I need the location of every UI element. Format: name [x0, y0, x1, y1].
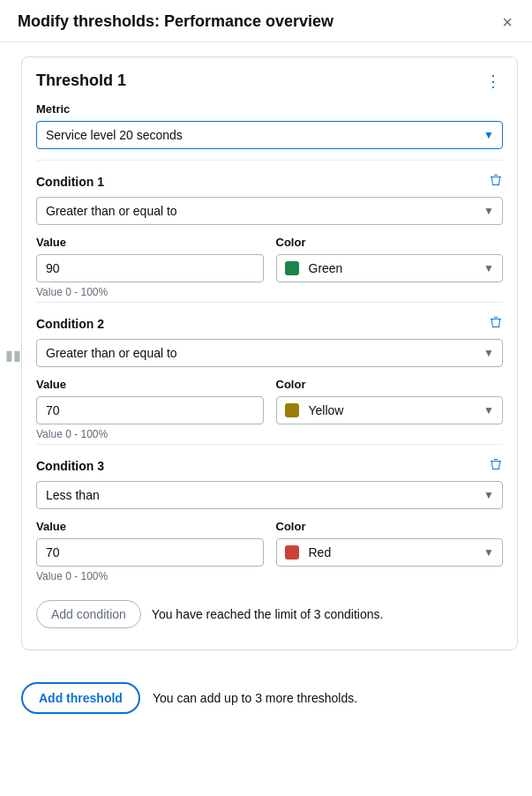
condition-3-color-select-wrapper: Red ▼ — [276, 538, 504, 567]
drag-handle-icon: ▮▮ — [5, 349, 21, 363]
kebab-menu-button[interactable]: ⋮ — [483, 73, 503, 89]
condition-1-color-select-wrapper: Green ▼ — [276, 254, 504, 282]
condition-2-value-col: Value Value 0 - 100% — [36, 378, 264, 440]
condition-1-value-hint: Value 0 - 100% — [36, 286, 264, 298]
condition-1-value-input[interactable] — [36, 254, 264, 282]
condition-1-header: Condition 1 — [36, 173, 503, 190]
modal: Modify thresholds: Performance overview … — [0, 0, 532, 796]
add-condition-row: Add condition You have reached the limit… — [36, 593, 503, 635]
condition-3-value-hint: Value 0 - 100% — [36, 570, 264, 582]
condition-3-value-color-row: Value Value 0 - 100% Color Red ▼ — [36, 520, 503, 582]
condition-3-value-input[interactable] — [36, 538, 264, 567]
threshold-title: Threshold 1 — [36, 71, 126, 90]
condition-3-value-label: Value — [36, 520, 264, 533]
condition-2-operator-select[interactable]: Greater than or equal to — [36, 339, 503, 367]
condition-2-value-hint: Value 0 - 100% — [36, 428, 264, 440]
condition-3-section: Condition 3 Less than ▼ Value — [36, 444, 503, 582]
condition-2-color-col: Color Yellow ▼ — [276, 378, 504, 424]
condition-2-section: Condition 2 Greater than or equal to ▼ — [36, 302, 503, 440]
condition-3-color-col: Color Red ▼ — [276, 520, 504, 567]
threshold-card-header: Threshold 1 ⋮ — [36, 71, 503, 90]
trash-icon-2 — [489, 315, 503, 329]
add-threshold-button[interactable]: Add threshold — [21, 682, 140, 714]
modal-header: Modify thresholds: Performance overview … — [0, 0, 532, 42]
condition-2-color-select-wrapper: Yellow ▼ — [276, 396, 504, 424]
condition-2-color-select[interactable]: Yellow — [276, 396, 504, 424]
condition-2-header: Condition 2 — [36, 315, 503, 332]
condition-3-title: Condition 3 — [36, 459, 104, 473]
delete-condition-2-button[interactable] — [489, 315, 503, 332]
delete-condition-3-button[interactable] — [489, 457, 503, 474]
condition-1-operator-wrapper: Greater than or equal to ▼ — [36, 197, 503, 225]
condition-limit-text: You have reached the limit of 3 conditio… — [152, 607, 384, 621]
condition-1-color-label: Color — [276, 236, 504, 249]
condition-1-color-select[interactable]: Green — [276, 254, 504, 282]
condition-2-value-color-row: Value Value 0 - 100% Color Yellow ▼ — [36, 378, 503, 440]
condition-1-value-label: Value — [36, 236, 264, 249]
metric-select-wrapper: Service level 20 seconds ▼ — [36, 121, 503, 149]
condition-1-color-col: Color Green ▼ — [276, 236, 504, 282]
threshold-limit-text: You can add up to 3 more thresholds. — [153, 691, 357, 705]
condition-2-value-input[interactable] — [36, 396, 264, 424]
metric-label: Metric — [36, 102, 503, 116]
condition-1-title: Condition 1 — [36, 175, 104, 189]
threshold-card: Threshold 1 ⋮ Metric Service level 20 se… — [21, 56, 518, 650]
condition-2-color-label: Color — [276, 378, 504, 391]
condition-1-section: Condition 1 Greater than or equal to ▼ — [36, 160, 503, 298]
condition-3-color-label: Color — [276, 520, 504, 533]
trash-icon-3 — [489, 457, 503, 471]
condition-3-color-select[interactable]: Red — [276, 538, 504, 567]
add-condition-button[interactable]: Add condition — [36, 600, 141, 628]
delete-condition-1-button[interactable] — [489, 173, 503, 190]
condition-1-value-col: Value Value 0 - 100% — [36, 236, 264, 298]
condition-3-operator-select[interactable]: Less than — [36, 481, 503, 509]
condition-2-title: Condition 2 — [36, 317, 104, 331]
condition-3-value-col: Value Value 0 - 100% — [36, 520, 264, 582]
trash-icon — [489, 173, 503, 187]
condition-3-header: Condition 3 — [36, 457, 503, 474]
condition-1-value-color-row: Value Value 0 - 100% Color Green ▼ — [36, 236, 503, 298]
condition-1-operator-select[interactable]: Greater than or equal to — [36, 197, 503, 225]
modal-title: Modify thresholds: Performance overview — [18, 12, 333, 31]
metric-select[interactable]: Service level 20 seconds — [36, 121, 503, 149]
modal-body: ▮▮ Threshold 1 ⋮ Metric Service level 20… — [0, 42, 532, 668]
condition-3-operator-wrapper: Less than ▼ — [36, 481, 503, 509]
condition-2-value-label: Value — [36, 378, 264, 391]
footer-actions: Add threshold You can add up to 3 more t… — [0, 668, 532, 732]
condition-2-operator-wrapper: Greater than or equal to ▼ — [36, 339, 503, 367]
close-button[interactable]: × — [500, 13, 514, 31]
